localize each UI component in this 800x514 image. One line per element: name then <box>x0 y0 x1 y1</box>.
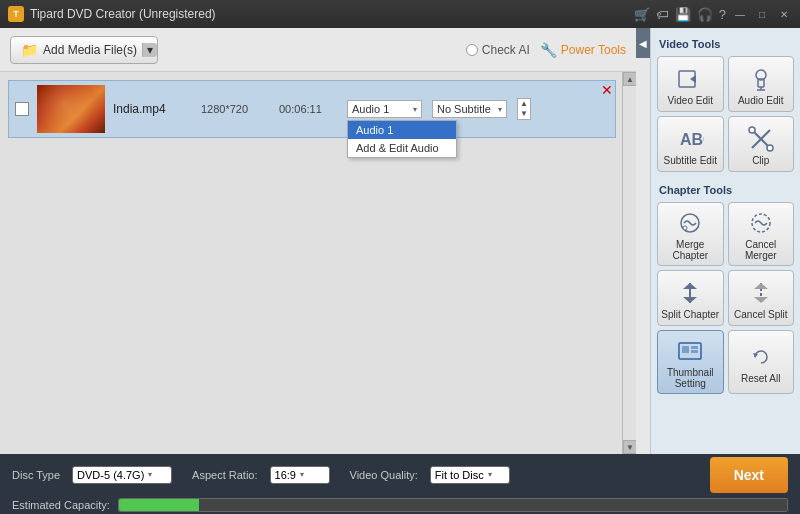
reset-all-icon <box>747 343 775 371</box>
gift-icon[interactable]: 🏷 <box>656 7 669 22</box>
svg-rect-22 <box>691 346 698 349</box>
svg-marker-18 <box>754 283 768 289</box>
help-icon[interactable]: ? <box>719 7 726 22</box>
power-tools-button[interactable]: 🔧 Power Tools <box>540 42 626 58</box>
file-list-area: India.mp4 1280*720 00:06:11 Audio 1 ▾ Au… <box>0 72 636 454</box>
audio-option-add[interactable]: Add & Edit Audio <box>348 139 456 157</box>
maximize-button[interactable]: □ <box>754 6 770 22</box>
video-edit-icon <box>676 65 704 93</box>
audio-track-container: Audio 1 ▾ Audio 1 Add & Edit Audio <box>347 100 422 118</box>
support-icon[interactable]: 🎧 <box>697 7 713 22</box>
bottom-bar: Disc Type DVD-5 (4.7G) ▾ Aspect Ratio: 1… <box>0 454 800 514</box>
scroll-up-button[interactable]: ▲ <box>623 72 636 86</box>
subtitle-edit-label: Subtitle Edit <box>664 155 717 166</box>
next-button[interactable]: Next <box>710 457 788 493</box>
subtitle-arrow: ▾ <box>498 105 502 114</box>
video-quality-select[interactable]: Fit to Disc ▾ <box>430 466 510 484</box>
title-bar: T Tipard DVD Creator (Unregistered) 🛒 🏷 … <box>0 0 800 28</box>
subtitle-value: No Subtitle <box>437 103 491 115</box>
svg-marker-24 <box>753 353 758 358</box>
svg-point-9 <box>749 127 755 133</box>
close-button[interactable]: ✕ <box>776 6 792 22</box>
file-duration: 00:06:11 <box>279 103 339 115</box>
merge-chapter-label: Merge Chapter <box>660 239 721 261</box>
audio-edit-label: Audio Edit <box>738 95 784 106</box>
file-resolution: 1280*720 <box>201 103 271 115</box>
aspect-ratio-value: 16:9 <box>275 469 296 481</box>
panel-toggle-button[interactable]: ◀ <box>636 28 650 58</box>
right-panel: Video Tools Video Edit <box>650 28 800 454</box>
aspect-ratio-arrow: ▾ <box>300 470 304 479</box>
save-icon[interactable]: 💾 <box>675 7 691 22</box>
disc-type-label: Disc Type <box>12 469 60 481</box>
cancel-split-button[interactable]: Cancel Split <box>728 270 795 326</box>
chapter-tools-grid: Merge Chapter Cancel Merger <box>655 202 796 394</box>
scroll-up-arrow[interactable]: ▲ <box>518 99 530 109</box>
aspect-ratio-label: Aspect Ratio: <box>192 469 257 481</box>
add-media-dropdown-arrow[interactable]: ▾ <box>142 43 157 57</box>
audio-edit-icon <box>747 65 775 93</box>
video-edit-button[interactable]: Video Edit <box>657 56 724 112</box>
file-row: India.mp4 1280*720 00:06:11 Audio 1 ▾ Au… <box>8 80 616 138</box>
next-label: Next <box>734 467 764 483</box>
svg-marker-15 <box>683 283 697 289</box>
disc-type-select[interactable]: DVD-5 (4.7G) ▾ <box>72 466 172 484</box>
check-ai-radio[interactable] <box>466 44 478 56</box>
disc-type-arrow: ▾ <box>148 470 152 479</box>
power-tools-label: Power Tools <box>561 43 626 57</box>
app-icon: T <box>8 6 24 22</box>
reset-all-button[interactable]: Reset All <box>728 330 795 394</box>
svg-marker-19 <box>754 297 768 303</box>
video-edit-label: Video Edit <box>668 95 713 106</box>
toolbar: 📁 Add Media File(s) ▾ Check AI 🔧 Power T… <box>0 28 636 72</box>
clip-label: Clip <box>752 155 769 166</box>
split-chapter-icon <box>676 279 704 307</box>
video-quality-value: Fit to Disc <box>435 469 484 481</box>
audio-dropdown: Audio 1 Add & Edit Audio <box>347 120 457 158</box>
scroll-down-button[interactable]: ▼ <box>623 440 636 454</box>
svg-marker-16 <box>683 297 697 303</box>
scroll-down-arrow[interactable]: ▼ <box>518 109 530 119</box>
subtitle-edit-button[interactable]: ABC Subtitle Edit <box>657 116 724 172</box>
check-ai-control[interactable]: Check AI <box>466 43 530 57</box>
audio-track-select[interactable]: Audio 1 ▾ <box>347 100 422 118</box>
file-list-scrollbar: ▲ ▼ <box>622 72 636 454</box>
reset-all-label: Reset All <box>741 373 780 384</box>
workspace: 📁 Add Media File(s) ▾ Check AI 🔧 Power T… <box>0 28 636 454</box>
app-title: Tipard DVD Creator (Unregistered) <box>30 7 628 21</box>
add-media-icon: 📁 <box>21 42 38 58</box>
split-chapter-button[interactable]: Split Chapter <box>657 270 724 326</box>
aspect-ratio-select[interactable]: 16:9 ▾ <box>270 466 330 484</box>
add-media-label: Add Media File(s) <box>43 43 137 57</box>
disc-type-value: DVD-5 (4.7G) <box>77 469 144 481</box>
clip-button[interactable]: Clip <box>728 116 795 172</box>
audio-track-value: Audio 1 <box>352 103 389 115</box>
audio-track-arrow: ▾ <box>413 105 417 114</box>
svg-point-12 <box>683 226 687 230</box>
capacity-row: Estimated Capacity: 0.5GB 1GB 1.5GB 2GB … <box>12 498 788 512</box>
thumbnail-setting-icon <box>676 337 704 365</box>
capacity-fill <box>119 499 199 511</box>
cancel-merger-icon <box>747 209 775 237</box>
svg-marker-1 <box>690 75 696 83</box>
subtitle-select[interactable]: No Subtitle ▾ <box>432 100 507 118</box>
bottom-controls: Disc Type DVD-5 (4.7G) ▾ Aspect Ratio: 1… <box>12 457 788 493</box>
scroll-track <box>623 86 636 440</box>
cancel-merger-button[interactable]: Cancel Merger <box>728 202 795 266</box>
svg-rect-21 <box>682 346 689 353</box>
chapter-tools-title: Chapter Tools <box>655 182 796 198</box>
shop-icon[interactable]: 🛒 <box>634 7 650 22</box>
audio-option-1[interactable]: Audio 1 <box>348 121 456 139</box>
minimize-button[interactable]: — <box>732 6 748 22</box>
video-tools-title: Video Tools <box>655 36 796 52</box>
file-close-button[interactable]: ✕ <box>601 83 613 97</box>
svg-point-10 <box>767 145 773 151</box>
thumbnail-image <box>37 85 105 133</box>
file-checkbox[interactable] <box>15 102 29 116</box>
thumbnail-setting-button[interactable]: Thumbnail Setting <box>657 330 724 394</box>
cancel-split-label: Cancel Split <box>734 309 787 320</box>
merge-chapter-button[interactable]: Merge Chapter <box>657 202 724 266</box>
cancel-split-icon <box>747 279 775 307</box>
audio-edit-button[interactable]: Audio Edit <box>728 56 795 112</box>
add-media-button[interactable]: 📁 Add Media File(s) ▾ <box>10 36 158 64</box>
